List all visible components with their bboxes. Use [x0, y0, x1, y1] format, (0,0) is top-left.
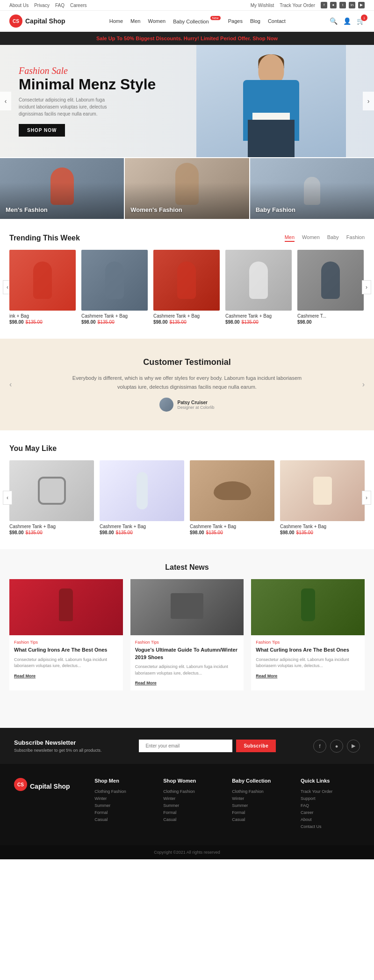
- footer-link[interactable]: Clothing Fashion: [94, 789, 154, 794]
- footer-link[interactable]: Winter: [94, 796, 154, 801]
- testimonial-next-button[interactable]: ›: [362, 380, 365, 389]
- copyright-text: Copyright ©2021 All rights reserved: [154, 850, 220, 855]
- yml-image-3[interactable]: [190, 460, 274, 521]
- privacy-link[interactable]: Privacy: [34, 3, 50, 8]
- footer-link[interactable]: About: [301, 817, 360, 822]
- news-title-3: What Curling Irons Are The Best Ones: [256, 646, 360, 653]
- news-image-2[interactable]: [130, 579, 244, 635]
- man-pants: [248, 120, 295, 157]
- news-card-3: Fashion Tips What Curling Irons Are The …: [251, 579, 365, 690]
- footer-link[interactable]: Clothing Fashion: [232, 789, 291, 794]
- newsletter-facebook-icon[interactable]: f: [313, 740, 326, 753]
- yml-next-button[interactable]: ›: [362, 491, 371, 505]
- hero-next-button[interactable]: ›: [363, 92, 374, 110]
- wishlist-link[interactable]: My Wishlist: [251, 3, 274, 8]
- nav-blog[interactable]: Blog: [250, 18, 260, 24]
- testimonial-prev-button[interactable]: ‹: [9, 380, 12, 389]
- footer-link[interactable]: Track Your Order: [301, 789, 360, 794]
- footer-link[interactable]: Winter: [232, 796, 291, 801]
- logo[interactable]: CS Capital Shop: [9, 15, 65, 28]
- newsletter-instagram-icon[interactable]: ●: [330, 740, 343, 753]
- nav-women[interactable]: Women: [148, 18, 165, 24]
- product-name-1: ink + Bag: [9, 313, 76, 319]
- bottle-news-shape: [59, 588, 73, 621]
- instagram-icon[interactable]: ●: [330, 2, 337, 8]
- newsletter-socials: f ● ▶: [313, 740, 360, 753]
- trending-next-button[interactable]: ›: [362, 280, 371, 294]
- yml-image-4[interactable]: [280, 460, 365, 521]
- footer-link[interactable]: Career: [301, 810, 360, 815]
- yml-old-price-4: $135.00: [296, 530, 313, 535]
- footer-link[interactable]: Formal: [94, 810, 154, 815]
- youtube-icon[interactable]: ▶: [358, 2, 365, 8]
- footer-link[interactable]: FAQ: [301, 803, 360, 808]
- track-order-link[interactable]: Track Your Order: [280, 3, 315, 8]
- footer-link[interactable]: Casual: [163, 817, 223, 822]
- you-may-like-section: You May Like ‹ Cashmere Tank + Bag $98.0…: [0, 430, 374, 549]
- spacer: [0, 704, 374, 728]
- author-name: Patsy Cruiser: [177, 400, 214, 405]
- linkedin-icon[interactable]: in: [349, 2, 355, 8]
- faq-link[interactable]: FAQ: [55, 3, 65, 8]
- nav-pages[interactable]: Pages: [228, 18, 243, 24]
- product-image-4[interactable]: [225, 250, 292, 311]
- account-icon[interactable]: 👤: [343, 17, 351, 25]
- footer-link[interactable]: Casual: [94, 817, 154, 822]
- product-image-5[interactable]: [297, 250, 364, 311]
- product-image-2[interactable]: [81, 250, 148, 311]
- footer-link[interactable]: Support: [301, 796, 360, 801]
- testimonial-text: Everybody is different, which is why we …: [70, 374, 304, 391]
- nav-baby[interactable]: Baby Collection New: [173, 18, 221, 24]
- news-image-3[interactable]: [251, 579, 365, 635]
- nav-men[interactable]: Men: [130, 18, 140, 24]
- footer-link[interactable]: Contact Us: [301, 824, 360, 829]
- footer-link[interactable]: Formal: [163, 810, 223, 815]
- category-baby[interactable]: Baby Fashion: [250, 158, 374, 219]
- search-icon[interactable]: 🔍: [330, 17, 338, 25]
- footer-link[interactable]: Clothing Fashion: [163, 789, 223, 794]
- tab-men[interactable]: Men: [285, 234, 295, 242]
- tab-women[interactable]: Women: [302, 234, 320, 242]
- footer-link[interactable]: Summer: [94, 803, 154, 808]
- hero-prev-button[interactable]: ‹: [0, 92, 11, 110]
- newsletter-email-input[interactable]: [139, 740, 232, 752]
- footer-link[interactable]: Summer: [232, 803, 291, 808]
- careers-link[interactable]: Careers: [70, 3, 87, 8]
- tab-baby[interactable]: Baby: [327, 234, 339, 242]
- product-image-3[interactable]: [153, 250, 220, 311]
- new-badge: New: [210, 16, 221, 20]
- twitter-icon[interactable]: t: [339, 2, 346, 8]
- promo-cta[interactable]: Shop Now: [252, 36, 278, 41]
- news-read-more-1[interactable]: Read More: [14, 674, 36, 678]
- category-grid: Men's Fashion Women's Fashion Baby Fashi…: [0, 158, 374, 219]
- newsletter-subtitle: Subscribe newsletter to get 5% on all pr…: [14, 748, 102, 753]
- yml-prices-1: $98.00 $135.00: [9, 530, 94, 535]
- cart-icon[interactable]: 🛒 1: [357, 17, 365, 25]
- hero-shop-now-button[interactable]: SHOP NOW: [19, 124, 65, 137]
- footer-link[interactable]: Casual: [232, 817, 291, 822]
- yml-prev-button[interactable]: ‹: [3, 491, 12, 505]
- nav-home[interactable]: Home: [109, 18, 123, 24]
- category-women[interactable]: Women's Fashion: [125, 158, 249, 219]
- newsletter-subscribe-button[interactable]: Subscribe: [236, 740, 276, 752]
- product-image-1[interactable]: [9, 250, 76, 311]
- news-image-1[interactable]: [9, 579, 123, 635]
- news-read-more-2[interactable]: Read More: [135, 681, 157, 685]
- product-old-price-4: $135.00: [242, 319, 259, 325]
- category-men[interactable]: Men's Fashion: [0, 158, 124, 219]
- trending-tabs: Men Women Baby Fashion: [285, 234, 365, 242]
- newsletter-youtube-icon[interactable]: ▶: [347, 740, 360, 753]
- news-desc-1: Consectetur adipiscing elit. Laborum fug…: [14, 657, 118, 669]
- yml-card: Cashmere Tank + Bag $98.00 $135.00: [190, 460, 274, 535]
- news-read-more-3[interactable]: Read More: [256, 674, 277, 678]
- tab-fashion[interactable]: Fashion: [346, 234, 365, 242]
- footer-link[interactable]: Formal: [232, 810, 291, 815]
- yml-image-2[interactable]: [100, 460, 184, 521]
- yml-image-1[interactable]: [9, 460, 94, 521]
- about-link[interactable]: About Us: [9, 3, 29, 8]
- nav-contact[interactable]: Contact: [268, 18, 286, 24]
- hero-image: [196, 45, 346, 157]
- footer-link[interactable]: Summer: [163, 803, 223, 808]
- facebook-icon[interactable]: f: [321, 2, 327, 8]
- footer-link[interactable]: Winter: [163, 796, 223, 801]
